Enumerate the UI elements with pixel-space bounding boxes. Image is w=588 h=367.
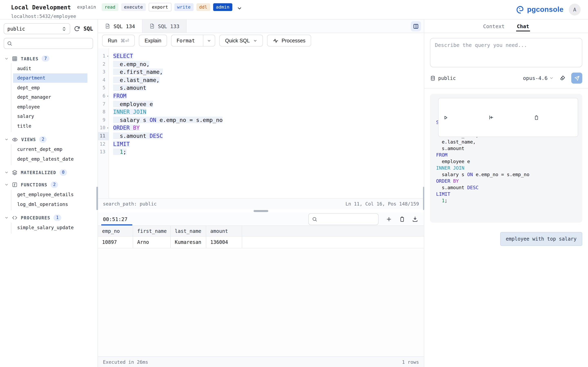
run-label: Run [108,38,117,43]
copy-sql-icon[interactable] [534,102,573,133]
sidebar-item-employee[interactable]: employee [13,102,87,111]
line-number[interactable]: 3 [98,68,109,76]
chevron-down-icon [4,170,9,175]
sql-mode-label[interactable]: SQL [84,26,93,32]
chevron-down-icon [4,183,9,187]
table-row[interactable]: 10897ArnoKumaresan136004 [98,236,424,248]
column-header-first_name[interactable]: first_name [133,226,171,236]
ai-tab-chat[interactable]: Chat [517,20,529,33]
sidebar-item-get_employee_details[interactable]: get_employee_details [13,190,87,200]
sidebar-item-dept_manager[interactable]: dept_manager [13,92,87,102]
insert-to-editor-icon[interactable] [488,101,528,133]
permission-badge-read: read [102,3,118,11]
ai-panel: ContextChat public opus-4.6 [424,20,588,367]
section-header-functions[interactable]: FUNCTIONS2 [0,180,98,189]
sidebar-search-input[interactable] [15,40,90,47]
editor-code[interactable]: SELECT e.emp_no, e.first_name, e.last_na… [109,48,424,198]
processes-button[interactable]: Processes [267,35,311,47]
sidebar-item-dept_emp_latest_date[interactable]: dept_emp_latest_date [13,154,87,164]
line-number[interactable]: 7 [98,100,109,108]
line-number[interactable]: 6▾ [98,92,109,100]
download-icon[interactable] [412,216,418,222]
chevron-down-icon[interactable] [237,6,242,11]
chat-panel-handle[interactable] [423,187,424,210]
sidebar-item-department[interactable]: department [13,73,87,83]
sql-editor[interactable]: 1▾23456▾78910▾111213 SELECT e.emp_no, e.… [98,48,424,198]
section-label: FUNCTIONS [21,182,47,187]
sidebar-item-log_dml_operations[interactable]: log_dml_operations [13,200,87,209]
sidebar-item-title[interactable]: title [13,121,87,131]
sidebar-item-audit[interactable]: audit [13,64,87,73]
avatar[interactable]: A [569,4,581,16]
line-number[interactable]: 1▾ [98,52,109,60]
run-button[interactable]: Run ⌘⏎ [102,35,135,47]
add-tab-icon[interactable] [386,216,392,222]
format-button[interactable]: Format [171,35,215,47]
table-cell-filler [242,236,424,248]
chevron-down-icon [4,137,9,142]
run-sql-icon[interactable] [443,102,483,133]
permission-badge-admin: admin [213,3,232,11]
line-number[interactable]: 9 [98,116,109,124]
clear-chat-icon[interactable] [559,75,566,82]
results-search[interactable] [308,213,379,225]
line-number[interactable]: 8 [98,108,109,116]
tab-label: SQL 134 [113,23,135,29]
permission-badge-write: write [174,3,193,11]
fold-icon[interactable]: ▾ [107,125,109,133]
results-tab-timer[interactable]: 00:51:27 [102,212,128,225]
section-header-procedures[interactable]: PROCEDURES1 [0,213,98,222]
sidebar-item-dept_emp[interactable]: dept_emp [13,83,87,92]
table-cell: 136004 [206,236,242,248]
results-search-input[interactable] [320,216,375,222]
column-header-emp_no[interactable]: emp_no [98,226,133,236]
model-select[interactable]: opus-4.6 [523,75,554,81]
section-items: auditdepartmentdept_empdept_manageremplo… [11,63,98,132]
sidebar-item-simple_salary_update[interactable]: simple_salary_update [13,223,87,233]
line-number[interactable]: 5 [98,84,109,92]
send-button[interactable] [571,73,582,83]
line-number[interactable]: 2 [98,60,109,68]
fold-icon[interactable]: ▾ [107,53,109,60]
section-header-tables[interactable]: TABLES7 [0,54,98,63]
line-number[interactable]: 4 [98,76,109,84]
schema-select[interactable]: public [4,23,70,34]
results-divider[interactable] [98,209,424,212]
column-header-amount[interactable]: amount [206,226,242,236]
sidebar-search[interactable] [4,38,93,49]
sidebar-item-salary[interactable]: salary [13,111,87,121]
fold-icon[interactable]: ▾ [107,92,109,100]
section-header-materialized[interactable]: MATERIALIZED0 [0,168,98,177]
sidebar-item-current_dept_emp[interactable]: current_dept_emp [13,145,87,154]
context-schema[interactable]: public [430,75,456,81]
line-number[interactable]: 13 [98,148,109,156]
pulse-icon [273,38,278,43]
copy-results-icon[interactable] [399,216,405,222]
split-view-button[interactable] [411,21,421,31]
tab-label: SQL 133 [158,23,179,29]
line-number[interactable]: 10▾ [98,124,109,132]
column-header-last_name[interactable]: last_name [171,226,206,236]
format-dropdown[interactable] [203,35,215,46]
sidebar-panel-handle[interactable] [97,187,98,210]
editor-tab-sql-133[interactable]: SQL 133 [142,20,187,33]
model-name: opus-4.6 [523,75,548,81]
line-number[interactable]: 11 [98,132,109,140]
chat-messages: SELECT e.emp_no, e.first_name, e.last_na… [424,89,588,367]
refresh-icon[interactable] [74,26,80,32]
chat-input[interactable] [430,38,582,67]
explain-button[interactable]: Explain [139,35,167,47]
permission-badge-export: export [149,3,172,11]
permission-badge-ddl: ddl [196,3,210,11]
editor-tab-sql-134[interactable]: SQL 134 [98,20,142,33]
drag-handle[interactable] [254,210,268,212]
ai-tab-context[interactable]: Context [483,20,504,33]
assistant-sql-message: SELECT e.emp_no, e.first_name, e.last_na… [430,94,582,223]
section-header-views[interactable]: VIEWS2 [0,135,98,144]
quick-sql-button[interactable]: Quick SQL [219,35,263,47]
connection-info: Local Development explainreadexecuteexpo… [11,0,242,19]
section-items: current_dept_empdept_emp_latest_date [11,144,98,165]
format-label[interactable]: Format [172,35,200,46]
section-items: simple_salary_update [11,222,98,234]
line-number[interactable]: 12 [98,140,109,148]
